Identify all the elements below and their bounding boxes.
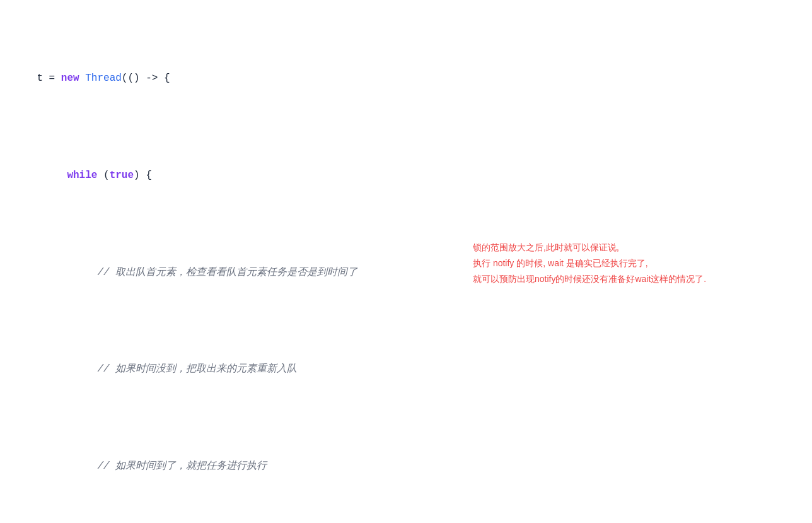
annotation-line-2: 执行 notify 的时候, wait 是确实已经执行完了, [473, 258, 648, 268]
code-line-1: t = new Thread(() -> { [13, 55, 799, 103]
annotation-line-3: 就可以预防出现notify的时候还没有准备好wait这样的情况了. [473, 274, 706, 284]
code-editor: t = new Thread(() -> { while (true) { //… [13, 6, 799, 523]
code-line-5: // 如果时间到了，就把任务进行执行 [73, 442, 799, 491]
code-line-2: while (true) { [43, 151, 799, 200]
code-line-4: // 如果时间没到，把取出来的元素重新入队 [73, 345, 799, 394]
annotation-line-1: 锁的范围放大之后,此时就可以保证说, [473, 242, 619, 252]
annotation-callout: 锁的范围放大之后,此时就可以保证说, 执行 notify 的时候, wait 是… [473, 240, 801, 288]
